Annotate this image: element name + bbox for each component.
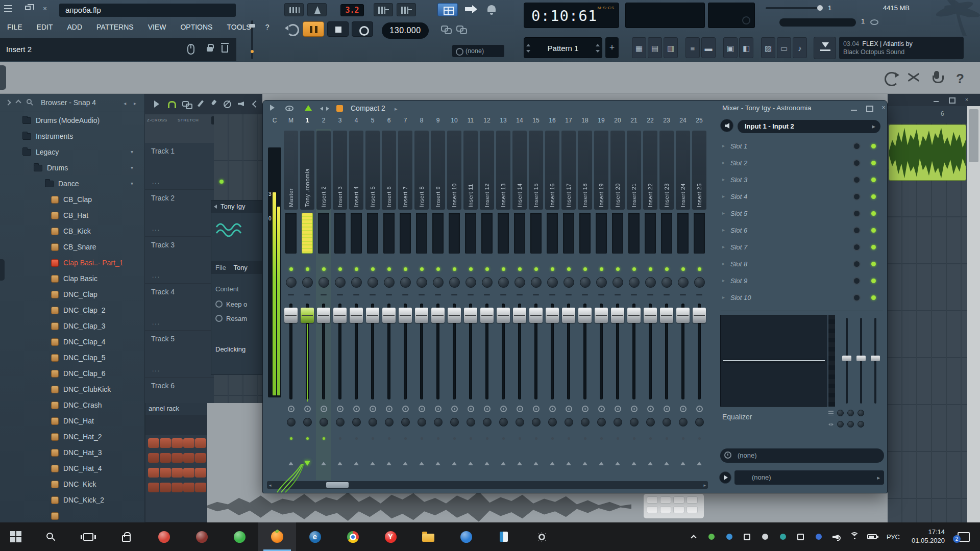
route-arrow-icon[interactable]	[599, 462, 604, 465]
browser-folder-item[interactable]: Legacy▾	[0, 144, 144, 160]
track-options-dots[interactable]: ...	[152, 366, 160, 373]
mixer-strip-11[interactable]: Insert 11	[463, 129, 478, 480]
tray-app-light[interactable]	[760, 531, 771, 542]
left-right-arrows-icon[interactable]	[320, 107, 329, 111]
fx-enable-button[interactable]	[303, 418, 312, 427]
record-arm-icon[interactable]	[321, 406, 327, 412]
browser-folder-item[interactable]: Dance▾	[0, 176, 144, 191]
playlist-track-row[interactable]: Track 3...	[145, 237, 214, 284]
record-arm-icon[interactable]	[598, 406, 605, 412]
step-cell[interactable]	[160, 438, 171, 448]
time-settings-bar[interactable]: (none)	[720, 448, 884, 463]
view-browser-view-button[interactable]: ▣	[723, 37, 738, 58]
playlist-grid[interactable]	[888, 123, 967, 522]
fx-enable-button[interactable]	[548, 418, 557, 427]
fader-cap[interactable]	[317, 308, 330, 323]
record-arm-icon[interactable]	[566, 406, 572, 412]
pan-knob[interactable]	[564, 277, 574, 288]
mixer-column-header-18[interactable]: 18	[577, 117, 593, 124]
sampler-title[interactable]: Tony Igy	[211, 201, 262, 213]
auto-scroll-icon[interactable]	[462, 4, 480, 16]
menu-patterns[interactable]: PATTERNS	[95, 21, 135, 33]
output-next-icon[interactable]: ▸	[877, 470, 880, 485]
step-cell[interactable]	[148, 438, 159, 448]
pencil-tool-icon[interactable]	[196, 99, 205, 109]
browser-file-item[interactable]: DNC_Clap_4	[0, 334, 144, 349]
delete-tool-icon[interactable]	[223, 99, 232, 109]
mixer-strip-13[interactable]: Insert 13	[496, 129, 511, 480]
track-mute-led[interactable]	[355, 267, 358, 271]
typing-keyboard-icon[interactable]	[284, 3, 304, 16]
mixer-column-header-1[interactable]: 1	[300, 117, 315, 124]
pan-knob[interactable]	[351, 277, 362, 288]
expand-arrow-icon[interactable]: ▾	[131, 176, 133, 191]
fader-cap[interactable]	[480, 308, 494, 323]
browser-file-item[interactable]: Clap Basic	[0, 270, 144, 286]
taskbar-app-green-sphere[interactable]	[220, 522, 258, 551]
fader-cap[interactable]	[464, 308, 477, 323]
browser-file-item[interactable]: DNC_Clap_2	[0, 302, 144, 318]
pan-knob[interactable]	[465, 277, 476, 288]
track-mute-led[interactable]	[469, 267, 473, 271]
collapsed-panel-tab[interactable]	[0, 65, 6, 90]
brush-tool-icon[interactable]	[209, 99, 218, 109]
pan-knob[interactable]	[368, 277, 378, 288]
browser-folder-item[interactable]: Drums (ModeAudio)	[0, 112, 144, 128]
record-arm-icon[interactable]	[435, 406, 442, 412]
arrow-up-icon[interactable]	[305, 105, 312, 111]
browser-folder-item[interactable]: Instruments	[0, 128, 144, 144]
snap-magnet-icon[interactable]	[166, 99, 176, 109]
route-arrow-icon[interactable]	[697, 462, 702, 465]
eq-slider-cap[interactable]	[842, 356, 851, 361]
pattern-spinner-right[interactable]	[595, 38, 601, 59]
menu-add[interactable]: ADD	[66, 21, 83, 33]
input-selector[interactable]: Input 1 - Input 2 ▸	[738, 120, 880, 133]
menu-edit[interactable]: EDIT	[36, 21, 54, 33]
view-touch-controller-button[interactable]: ▭	[777, 37, 791, 58]
volume-fader[interactable]	[659, 302, 674, 402]
volume-fader[interactable]	[463, 302, 478, 402]
scroll-left-icon[interactable]	[250, 99, 259, 109]
taskbar-media-app-dark[interactable]	[183, 522, 220, 551]
pan-knob[interactable]	[384, 277, 395, 288]
mixer-column-header-9[interactable]: 9	[430, 117, 446, 124]
toolbar-collapse-icon[interactable]	[4, 4, 16, 13]
volume-fader[interactable]	[643, 302, 658, 402]
loop-record-icon[interactable]	[284, 21, 300, 37]
audio-clip[interactable]	[889, 124, 966, 181]
tray-bluetooth[interactable]	[813, 531, 824, 542]
fader-cap[interactable]	[415, 308, 428, 323]
route-arrow-icon[interactable]	[648, 462, 653, 465]
record-arm-icon[interactable]	[468, 406, 474, 412]
output-routing-icon[interactable]	[719, 471, 731, 484]
playlist-track-row[interactable]: Track 1...	[145, 143, 214, 190]
mixer-close-icon[interactable]: ×	[878, 104, 888, 112]
fader-cap[interactable]	[562, 308, 575, 323]
mixer-effect-slot[interactable]: ▸Slot 1	[721, 138, 883, 155]
fx-enable-button[interactable]	[450, 418, 459, 427]
pause-button[interactable]	[303, 21, 324, 37]
slot-mix-knob[interactable]	[853, 243, 861, 251]
view-project-picker-button[interactable]: ▬	[701, 37, 716, 58]
route-arrow-icon[interactable]	[468, 462, 473, 465]
tray-display[interactable]	[742, 531, 753, 542]
mixer-effect-slot[interactable]: ▸Slot 8	[721, 256, 883, 273]
volume-fader[interactable]	[496, 302, 511, 402]
slot-enable-led[interactable]	[871, 144, 876, 148]
fx-enable-button[interactable]	[565, 418, 573, 427]
taskbar-settings[interactable]	[523, 522, 560, 551]
mixer-column-header-17[interactable]: 17	[561, 117, 576, 124]
eq-band-mid-slider[interactable]	[856, 315, 866, 407]
fx-enable-button[interactable]	[352, 418, 361, 427]
record-arm-icon[interactable]	[451, 406, 458, 412]
taskbar-media-player-blue[interactable]	[447, 522, 485, 551]
volume-fader[interactable]	[283, 302, 299, 402]
eq-freq-knob[interactable]	[837, 410, 844, 416]
tray-app-green[interactable]	[706, 531, 717, 542]
mixer-effect-slot[interactable]: ▸Slot 2	[721, 155, 883, 172]
fx-enable-button[interactable]	[614, 418, 622, 427]
pan-knob[interactable]	[629, 277, 640, 288]
route-arrow-icon[interactable]	[337, 462, 342, 465]
volume-fader[interactable]	[675, 302, 691, 402]
browser-file-item[interactable]: DNC_Clap_5	[0, 349, 144, 365]
